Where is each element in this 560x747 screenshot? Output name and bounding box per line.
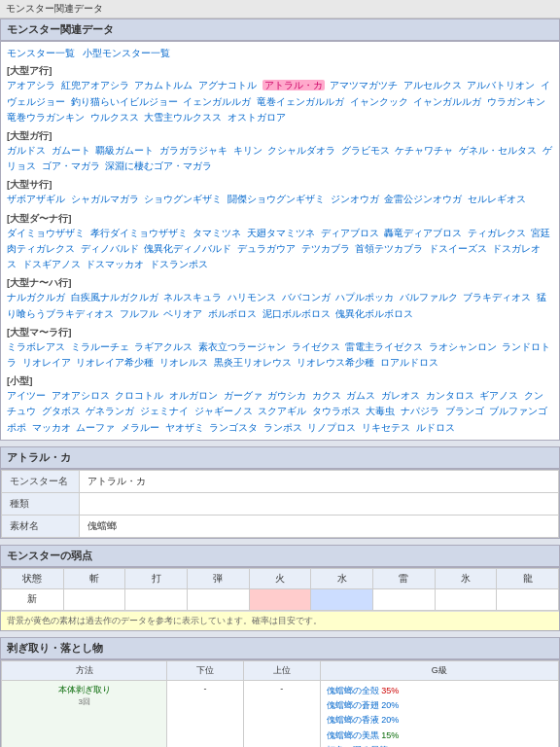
ml-轟竜ディアブロス[interactable]: 轟竜ディアブロス bbox=[384, 228, 462, 238]
ml-タウラボス[interactable]: タウラボス bbox=[312, 406, 361, 416]
ml-マッカオ[interactable]: マッカオ bbox=[32, 422, 71, 433]
ml-ウルクスス[interactable]: ウルクスス bbox=[90, 112, 139, 123]
ml-ラギアクルス[interactable]: ラギアクルス bbox=[134, 341, 192, 352]
ml-首領テツカブラ[interactable]: 首領テツカブラ bbox=[355, 243, 423, 254]
ml-ブラキディオス[interactable]: ブラキディオス bbox=[463, 292, 531, 302]
ml-グタボス[interactable]: グタボス bbox=[42, 406, 81, 416]
ml-ルドロス[interactable]: ルドロス bbox=[416, 422, 455, 433]
ml-アルセルクス[interactable]: アルセルクス bbox=[403, 80, 462, 90]
ml-ミラルーチェ[interactable]: ミラルーチェ bbox=[71, 341, 129, 352]
ml-リノプロス[interactable]: リノプロス bbox=[307, 422, 356, 433]
ml-ミラボレアス[interactable]: ミラボレアス bbox=[7, 341, 65, 352]
ml-孝行ダイミョウ[interactable]: 孝行ダイミョウザザミ bbox=[90, 228, 188, 238]
ml-アイツー[interactable]: アイツー bbox=[7, 390, 46, 401]
ml-ジンオウガ[interactable]: ジンオウガ bbox=[331, 194, 379, 204]
ml-ブランゴ[interactable]: ブランゴ bbox=[445, 406, 484, 416]
ml-スクアギル[interactable]: スクアギル bbox=[258, 406, 306, 416]
ml-闘傑ショウグン[interactable]: 闘傑ショウグンギザミ bbox=[228, 194, 325, 204]
ml-ネルスキュラ[interactable]: ネルスキュラ bbox=[163, 292, 222, 302]
ml-大毒虫[interactable]: 大毒虫 bbox=[366, 406, 395, 416]
ml-アオアシラ[interactable]: アオアシラ bbox=[7, 80, 55, 90]
ml-素衣ラージャン[interactable]: 素衣立つラージャン bbox=[198, 341, 286, 352]
ml-釣り猫[interactable]: 釣り猫らいイビルジョー bbox=[71, 96, 178, 107]
ml-アマツマガツチ[interactable]: アマツマガツチ bbox=[330, 80, 398, 90]
ml-ダイミョウザザミ[interactable]: ダイミョウザザミ bbox=[7, 228, 85, 238]
ml-カンタロス[interactable]: カンタロス bbox=[426, 390, 474, 401]
ml-ガウシカ[interactable]: ガウシカ bbox=[267, 390, 306, 401]
ml-キリン[interactable]: キリン bbox=[233, 145, 262, 156]
ml-リオレウス希少[interactable]: リオレウス希少種 bbox=[297, 357, 374, 368]
ml-ランゴスタ[interactable]: ランゴスタ bbox=[209, 422, 258, 433]
ml-オルガロン[interactable]: オルガロン bbox=[169, 390, 218, 401]
ml-オストガロア[interactable]: オストガロア bbox=[228, 112, 286, 123]
ml-ガルドス[interactable]: ガルドス bbox=[7, 145, 46, 156]
ml-ドスイーズス[interactable]: ドスイーズス bbox=[429, 243, 487, 254]
ml-グラビモス[interactable]: グラビモス bbox=[341, 145, 390, 156]
ml-ギアノス[interactable]: ギアノス bbox=[479, 390, 518, 401]
ml-リキセテス[interactable]: リキセテス bbox=[362, 422, 410, 433]
ml-バルファルク[interactable]: バルファルク bbox=[400, 292, 458, 302]
ml-ランポス[interactable]: ランポス bbox=[263, 422, 302, 433]
ml-傀異ディノ[interactable]: 傀異化ディノバルド bbox=[144, 243, 231, 254]
ml-ロアルドロス[interactable]: ロアルドロス bbox=[380, 357, 438, 368]
ml-ナルガクルガ[interactable]: ナルガクルガ bbox=[7, 292, 65, 302]
ml-シャガルマガラ[interactable]: シャガルマガラ bbox=[71, 194, 139, 204]
ml-タマミツネ[interactable]: タマミツネ bbox=[192, 228, 241, 238]
ml-カクス[interactable]: カクス bbox=[312, 390, 341, 401]
ml-ドスギアノス[interactable]: ドスギアノス bbox=[22, 259, 81, 269]
ml-ガムス[interactable]: ガムス bbox=[346, 390, 375, 401]
ml-ポポ[interactable]: ポポ bbox=[7, 422, 26, 433]
ml-ケチャワチャ[interactable]: ケチャワチャ bbox=[395, 145, 453, 156]
ml-アオアシロス[interactable]: アオアシロス bbox=[52, 390, 110, 401]
ml-ムーファ[interactable]: ムーファ bbox=[76, 422, 115, 433]
ml-メラルー[interactable]: メラルー bbox=[121, 422, 159, 433]
ml-テツカブラ[interactable]: テツカブラ bbox=[301, 243, 350, 254]
ml-アルバトリオン[interactable]: アルバトリオン bbox=[467, 80, 535, 90]
ml-クシャルダオラ[interactable]: クシャルダオラ bbox=[267, 145, 335, 156]
ml-大雪主ウルクスス[interactable]: 大雪主ウルクスス bbox=[144, 112, 222, 123]
ml-ナパジラ[interactable]: ナパジラ bbox=[401, 406, 439, 416]
ml-ガムート[interactable]: ガムート bbox=[52, 145, 90, 156]
ml-ババコンガ[interactable]: ババコンガ bbox=[282, 292, 331, 302]
ml-黒炎王リオレウス[interactable]: 黒炎王リオレウス bbox=[214, 357, 292, 368]
ml-ペリオア[interactable]: ペリオア bbox=[163, 308, 202, 319]
ml-リオレイア希少[interactable]: リオレイア希少種 bbox=[76, 357, 154, 368]
ml-デュラガウア[interactable]: デュラガウア bbox=[237, 243, 296, 254]
ml-ジェミナイ[interactable]: ジェミナイ bbox=[140, 406, 189, 416]
ml-ライゼクス[interactable]: ライゼクス bbox=[292, 341, 340, 352]
ml-ティガレクス[interactable]: ティガレクス bbox=[468, 228, 526, 238]
ml-泥口ボルボロス[interactable]: 泥口ボルボロス bbox=[262, 308, 331, 319]
ml-ラオシャンロン[interactable]: ラオシャンロン bbox=[429, 341, 497, 352]
ml-白疾風ナルガ[interactable]: 白疾風ナルガクルガ bbox=[71, 292, 158, 302]
ml-イャンクック[interactable]: イャンクック bbox=[350, 96, 408, 107]
ml-リオレルス[interactable]: リオレルス bbox=[159, 357, 208, 368]
ml-紅兜[interactable]: 紅兜アオアシラ bbox=[61, 80, 129, 90]
ml-雷電主ライゼクス[interactable]: 雷電主ライゼクス bbox=[345, 341, 423, 352]
ml-ガレオス[interactable]: ガレオス bbox=[381, 390, 420, 401]
ml-深淵ゴア[interactable]: 深淵に棲むゴア・マガラ bbox=[105, 160, 212, 171]
ml-ヤオザミ[interactable]: ヤオザミ bbox=[165, 422, 204, 433]
ml-ブルファンゴ[interactable]: ブルファンゴ bbox=[489, 406, 547, 416]
link-monster-list[interactable]: モンスター一覧 bbox=[7, 48, 75, 58]
ml-ガーグァ[interactable]: ガーグァ bbox=[224, 390, 262, 401]
ml-アグナコトル[interactable]: アグナコトル bbox=[198, 80, 257, 90]
ml-天廻タマミツネ[interactable]: 天廻タマミツネ bbox=[247, 228, 315, 238]
ml-ボルボロス[interactable]: ボルボロス bbox=[208, 308, 257, 319]
ml-ジャギーノス[interactable]: ジャギーノス bbox=[194, 406, 253, 416]
ml-セルレギオス[interactable]: セルレギオス bbox=[468, 194, 526, 204]
ml-ザボアザギル[interactable]: ザボアザギル bbox=[7, 194, 65, 204]
ml-ディアブロス[interactable]: ディアブロス bbox=[321, 228, 379, 238]
ml-ドスランポス[interactable]: ドスランポス bbox=[150, 259, 208, 269]
ml-ハプルポッカ[interactable]: ハプルポッカ bbox=[335, 292, 394, 302]
ml-クロコトル[interactable]: クロコトル bbox=[115, 390, 163, 401]
ml-ゴアマガラ[interactable]: ゴア・マガラ bbox=[42, 160, 100, 171]
ml-ショウグンギザミ[interactable]: ショウグンギザミ bbox=[144, 194, 222, 204]
ml-ゲネランガ[interactable]: ゲネランガ bbox=[86, 406, 134, 416]
ml-フルフル[interactable]: フルフル bbox=[120, 308, 158, 319]
ml-イャンガルルガ[interactable]: イャンガルルガ bbox=[413, 96, 481, 107]
ml-リオレイア[interactable]: リオレイア bbox=[22, 357, 71, 368]
ml-ゲネルセルタス[interactable]: ゲネル・セルタス bbox=[459, 145, 537, 156]
ml-イェンガルルガ[interactable]: イェンガルルガ bbox=[183, 96, 251, 107]
link-small-monster-list[interactable]: 小型モンスター一覧 bbox=[83, 48, 170, 58]
ml-覇級ガムート[interactable]: 覇級ガムート bbox=[95, 145, 154, 156]
